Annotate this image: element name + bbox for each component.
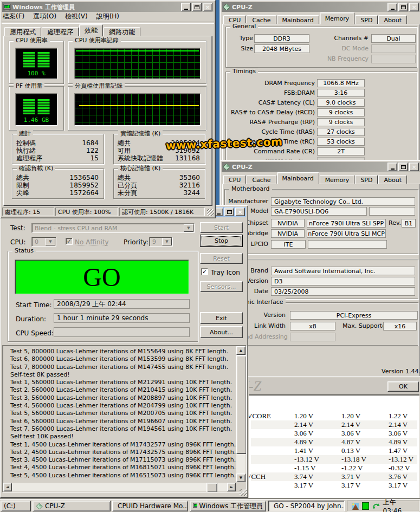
menu-options[interactable]: 選項(O) xyxy=(33,12,56,21)
tab-spd[interactable]: SPD xyxy=(355,15,378,24)
scrollbar-thumb[interactable] xyxy=(206,483,217,492)
test-combobox[interactable]: Blend - stress CPU and RAM▼ xyxy=(31,223,195,233)
totals-group: 總計 控制碼1684 執行緒122 處理程序15 xyxy=(12,134,104,164)
about-button[interactable]: About... xyxy=(200,326,243,338)
tab-mainboard[interactable]: Mainboard xyxy=(277,172,319,184)
duration-field: 1 hour 1 minute 29 seconds xyxy=(54,313,190,323)
scroll-left-icon[interactable]: ◄ xyxy=(3,483,12,491)
cpu-label: CPU: xyxy=(10,238,25,246)
menu-file[interactable]: 檔案(F) xyxy=(3,12,24,21)
monitor-header: CPU-Z OK xyxy=(249,378,419,396)
voltage-row: 4.89 V4.87 V4.89 V xyxy=(251,438,417,446)
minimize-button[interactable] xyxy=(181,3,191,11)
tab-performance[interactable]: 效能 xyxy=(79,24,103,36)
reset-button[interactable]: Reset xyxy=(200,253,243,264)
kernel-memory-group: 核心記憶體 (K) 總共35360 已分頁32116 未分頁3244 xyxy=(113,168,205,199)
cpu-usage-meter: 100 % xyxy=(15,48,57,79)
pf-usage-group: PF 使用量 1.46 GB xyxy=(9,86,64,131)
menubar: 檔案(F) 選項(O) 檢視(V) 說明(H) xyxy=(3,12,119,21)
horizontal-scrollbar[interactable]: ◄ ► xyxy=(3,483,236,491)
pf-history-line xyxy=(79,105,199,106)
cpu-speed-field xyxy=(54,327,190,337)
southbridge-field: nForce 790i Ultra SLI MCP xyxy=(307,229,386,238)
cpuz-tabstrip: CPU Cache Mainboard Memory SPD About xyxy=(223,172,408,184)
tray-recycle-icon[interactable] xyxy=(372,503,379,510)
tray-icon-checkbox[interactable]: ✓ xyxy=(201,268,208,275)
task-manager-icon xyxy=(3,4,11,11)
tray-volcano-icon[interactable] xyxy=(352,503,359,510)
cpu-usage-group: CPU 使用率 100 % xyxy=(9,41,64,84)
menu-view[interactable]: 檢視(V) xyxy=(65,12,88,21)
test-label: Test: xyxy=(10,224,25,232)
priority-combobox[interactable]: 9▼ xyxy=(149,237,173,247)
tab-networking[interactable]: 網路功能 xyxy=(104,27,140,36)
totals-group-label: 總計 xyxy=(17,130,33,138)
resize-grip[interactable] xyxy=(240,489,247,496)
scroll-up-icon[interactable]: ▲ xyxy=(236,346,245,355)
tab-mainboard[interactable]: Mainboard xyxy=(277,15,319,24)
cpuz-memory-titlebar[interactable]: CPU-Z × xyxy=(222,2,420,12)
taskbar-button-hwmonitor[interactable]: CPUID Hardware Mo... xyxy=(112,501,188,511)
southbridge-vendor-field: NVIDIA xyxy=(271,229,305,238)
minimize-button[interactable] xyxy=(387,3,397,11)
menu-help[interactable]: 說明(H) xyxy=(96,12,119,21)
tab-about[interactable]: About xyxy=(378,175,407,184)
priority-value: 9 xyxy=(152,238,156,245)
maximize-button[interactable] xyxy=(398,3,408,11)
timing-value: 9.0 clocks xyxy=(317,99,365,107)
close-button[interactable]: × xyxy=(409,3,419,11)
no-affinity-checkbox[interactable]: ✓ xyxy=(66,238,73,245)
stop-button[interactable]: Stop xyxy=(200,235,243,247)
taskbar-button-taskmgr[interactable]: Windows 工作管理員 xyxy=(190,501,266,511)
taskbar-button-drive-c[interactable]: (C:) xyxy=(1,501,31,511)
tab-memory[interactable]: Memory xyxy=(320,12,355,24)
ok-button[interactable]: OK xyxy=(387,381,419,392)
cpu-combobox[interactable]: 0▼ xyxy=(31,237,56,247)
scroll-down-icon[interactable]: ▼ xyxy=(236,474,245,482)
voltage-row: 2.14 V2.14 V2.14 V xyxy=(251,420,417,429)
sensors-button[interactable]: Sensors... xyxy=(200,281,243,292)
tray-clock[interactable]: 上午 03:46 xyxy=(383,498,415,512)
tab-cpu[interactable]: CPU xyxy=(223,175,246,184)
taskbar-button-sp2004[interactable]: GO - SP2004 by John... xyxy=(268,501,345,511)
system-tray: 上午 03:46 xyxy=(347,501,419,511)
start-button[interactable]: Start xyxy=(200,222,243,233)
resize-grip[interactable] xyxy=(207,209,214,216)
chevron-down-icon[interactable]: ▼ xyxy=(184,224,193,232)
window-title: CPU-Z xyxy=(232,4,386,11)
voltage-row: -13.12 V-13.18 V-13.12 V xyxy=(251,455,417,464)
tab-about[interactable]: About xyxy=(378,15,407,24)
tab-spd[interactable]: SPD xyxy=(355,175,378,184)
rev-label: Rev. xyxy=(389,219,401,227)
voltage-row: VCCH3.74 V3.71 V3.76 V xyxy=(251,472,417,481)
tab-memory[interactable]: Memory xyxy=(320,175,355,184)
tray-cpu-meter-icon[interactable] xyxy=(362,502,369,510)
start-time-label: Start Time: xyxy=(16,301,52,309)
minimize-button[interactable] xyxy=(387,163,397,171)
cpuz-mainboard-window: CPU-Z × CPU Cache Mainboard Memory SPD A… xyxy=(219,160,420,381)
test-log[interactable]: Test 5, 800000 Lucas-Lehmer iterations o… xyxy=(2,345,247,492)
cpuz-mainboard-titlebar[interactable]: CPU-Z × xyxy=(222,162,420,172)
chevron-down-icon[interactable]: ▼ xyxy=(46,238,55,245)
maximize-button[interactable] xyxy=(192,3,202,11)
close-button[interactable]: × xyxy=(235,208,245,216)
timing-value: 3:16 xyxy=(317,89,365,97)
maximize-button[interactable] xyxy=(398,163,408,171)
size-label: Size xyxy=(230,45,253,53)
scrollbar-thumb[interactable] xyxy=(236,355,247,454)
tab-cache[interactable]: Cache xyxy=(247,175,276,184)
cpu-history-graph xyxy=(74,48,201,79)
close-button[interactable]: × xyxy=(409,163,419,171)
maximize-button[interactable] xyxy=(224,208,234,216)
task-manager-titlebar[interactable]: Windows 工作管理員 × xyxy=(2,2,214,12)
exit-button[interactable]: Exit xyxy=(200,312,243,324)
taskbar-button-cpuz[interactable]: CPU-Z xyxy=(33,501,111,511)
scroll-right-icon[interactable]: ► xyxy=(227,483,236,491)
close-button[interactable]: × xyxy=(203,3,212,11)
tab-processes[interactable]: 處理程序 xyxy=(42,27,79,36)
link-width-field: x8 xyxy=(290,322,335,330)
vertical-scrollbar[interactable]: ▲ ▼ xyxy=(236,346,245,482)
chevron-down-icon[interactable]: ▼ xyxy=(162,238,172,245)
tab-applications[interactable]: 應用程式 xyxy=(4,27,41,36)
timing-label: RAS# to CAS# Delay (tRCD) xyxy=(228,109,315,116)
